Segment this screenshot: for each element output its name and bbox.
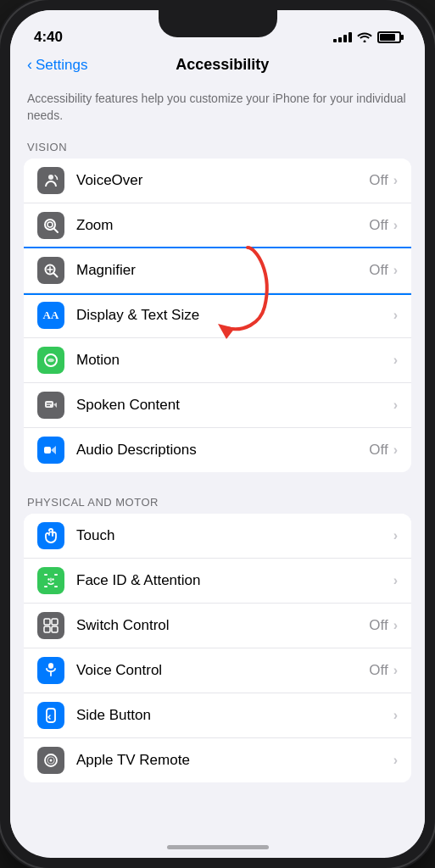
display-chevron-icon: ›: [393, 308, 398, 323]
faceid-chevron-icon: ›: [393, 573, 398, 588]
svg-rect-25: [52, 626, 58, 632]
voiceover-value: Off: [369, 172, 388, 189]
status-time: 4:40: [34, 29, 63, 46]
settings-item-voicectrl[interactable]: Voice Control Off ›: [24, 648, 411, 693]
appletv-icon: [37, 747, 64, 774]
settings-item-faceid[interactable]: Face ID & Attention ›: [24, 559, 411, 604]
appletv-label: Apple TV Remote: [76, 752, 393, 769]
section-spacer-1: [10, 472, 425, 491]
back-label: Settings: [36, 57, 87, 74]
status-icons: [333, 31, 401, 45]
appletv-chevron-icon: ›: [393, 753, 398, 768]
settings-item-voiceover[interactable]: VoiceOver Off ›: [24, 159, 411, 203]
settings-item-appletv[interactable]: Apple TV Remote ›: [24, 738, 411, 782]
touch-label: Touch: [76, 527, 393, 544]
voicectrl-value: Off: [369, 662, 388, 679]
touch-icon: [37, 522, 64, 549]
motion-icon: [37, 347, 64, 374]
svg-line-5: [54, 274, 58, 277]
svg-line-3: [54, 229, 58, 232]
page-title: Accessibility: [87, 56, 357, 74]
audio-value: Off: [369, 442, 388, 459]
zoom-icon: [37, 212, 64, 239]
voicectrl-icon: [37, 657, 64, 684]
audio-label: Audio Descriptions: [76, 442, 369, 459]
settings-item-motion[interactable]: Motion ›: [24, 338, 411, 383]
svg-rect-28: [47, 709, 55, 722]
zoom-value: Off: [369, 217, 388, 234]
svg-rect-22: [44, 619, 50, 625]
svg-point-0: [48, 175, 53, 180]
voiceover-chevron-icon: ›: [393, 173, 398, 188]
settings-item-display[interactable]: AA Display & Text Size ›: [24, 293, 411, 338]
signal-bars-icon: [333, 32, 352, 42]
spoken-label: Spoken Content: [76, 397, 393, 414]
home-indicator: [167, 845, 269, 849]
svg-point-1: [45, 220, 55, 230]
switch-label: Switch Control: [76, 617, 369, 634]
battery-icon: [377, 31, 401, 43]
display-label: Display & Text Size: [76, 307, 393, 324]
magnifier-chevron-icon: ›: [393, 263, 398, 278]
motion-chevron-icon: ›: [393, 353, 398, 368]
spoken-chevron-icon: ›: [393, 398, 398, 413]
back-button[interactable]: ‹ Settings: [27, 56, 87, 74]
svg-point-19: [47, 578, 49, 580]
settings-item-magnifier[interactable]: Magnifier Off ›: [24, 248, 411, 293]
section-header-physical: PHYSICAL AND MOTOR: [10, 491, 425, 514]
spoken-icon: [37, 392, 64, 419]
phone-screen: 4:40: [10, 10, 425, 858]
wifi-icon: [357, 31, 372, 45]
back-chevron-icon: ‹: [27, 56, 32, 74]
voicectrl-chevron-icon: ›: [393, 663, 398, 678]
switch-chevron-icon: ›: [393, 618, 398, 633]
physical-settings-group: Touch ›: [24, 514, 411, 782]
zoom-chevron-icon: ›: [393, 218, 398, 233]
svg-rect-24: [44, 626, 50, 632]
settings-item-spoken[interactable]: Spoken Content ›: [24, 383, 411, 428]
settings-item-zoom[interactable]: Zoom Off ›: [24, 203, 411, 248]
display-icon: AA: [37, 302, 64, 329]
magnifier-value: Off: [369, 262, 388, 279]
magnifier-label: Magnifier: [76, 262, 369, 279]
faceid-icon: [37, 567, 64, 594]
vision-settings-group: VoiceOver Off › Zoom Off ›: [24, 159, 411, 472]
side-icon: [37, 702, 64, 729]
side-label: Side Button: [76, 707, 393, 724]
touch-chevron-icon: ›: [393, 528, 398, 543]
settings-item-switch[interactable]: Switch Control Off ›: [24, 604, 411, 648]
svg-rect-27: [48, 664, 53, 669]
svg-marker-10: [53, 403, 57, 408]
svg-point-2: [47, 222, 53, 227]
settings-item-audio[interactable]: Audio Descriptions Off ›: [24, 428, 411, 472]
audio-chevron-icon: ›: [393, 442, 398, 458]
voiceover-icon: [37, 167, 64, 194]
svg-rect-9: [45, 401, 53, 408]
section-header-vision: VISION: [10, 136, 425, 159]
voiceover-label: VoiceOver: [76, 172, 369, 189]
svg-point-20: [52, 578, 53, 580]
svg-rect-13: [44, 447, 51, 453]
svg-point-31: [50, 760, 53, 762]
settings-item-touch[interactable]: Touch ›: [24, 514, 411, 559]
svg-marker-14: [51, 446, 56, 454]
description-text: Accessibility features help you customiz…: [10, 81, 425, 136]
side-chevron-icon: ›: [393, 708, 398, 723]
faceid-label: Face ID & Attention: [76, 572, 393, 589]
svg-rect-16: [54, 574, 58, 576]
audio-icon: [37, 437, 64, 464]
content-area: Accessibility features help you customiz…: [10, 81, 425, 845]
svg-rect-17: [44, 586, 47, 587]
voicectrl-label: Voice Control: [76, 662, 369, 679]
notch: [159, 10, 277, 37]
phone-frame: 4:40: [0, 0, 435, 868]
magnifier-icon: [37, 257, 64, 284]
nav-bar: ‹ Settings Accessibility: [10, 53, 425, 81]
svg-rect-23: [52, 619, 58, 625]
svg-rect-18: [54, 586, 58, 587]
svg-rect-15: [44, 574, 47, 576]
motion-label: Motion: [76, 352, 393, 369]
settings-item-side[interactable]: Side Button ›: [24, 693, 411, 738]
zoom-label: Zoom: [76, 217, 369, 234]
switch-icon: [37, 612, 64, 639]
